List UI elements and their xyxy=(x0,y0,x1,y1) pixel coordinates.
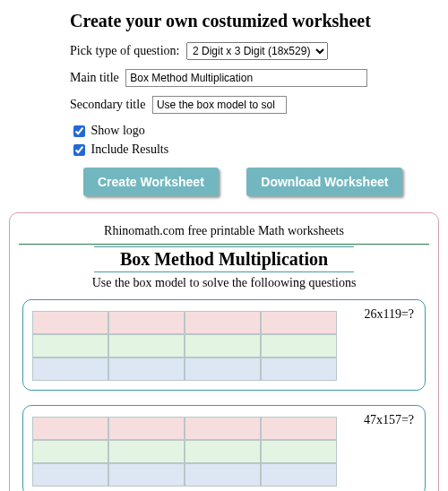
question-type-select[interactable]: 2 Digit x 3 Digit (18x529) xyxy=(186,42,328,60)
question-type-row: Pick type of question: 2 Digit x 3 Digit… xyxy=(70,42,441,60)
download-worksheet-button[interactable]: Download Worksheet xyxy=(246,168,402,196)
grid-cell xyxy=(261,311,337,334)
box-grid xyxy=(32,417,337,487)
question-card: 26x119=? xyxy=(22,299,426,391)
grid-cell xyxy=(32,357,108,381)
grid-cell xyxy=(32,311,108,334)
secondary-title-row: Secondary title xyxy=(70,96,441,114)
question-prompt: 47x157=? xyxy=(364,413,414,427)
grid-cell xyxy=(108,417,185,440)
worksheet-title: Box Method Multiplication xyxy=(19,249,429,270)
button-row: Create Worksheet Download Worksheet xyxy=(83,168,441,196)
brand-text: Rhinomath.com free printable Math worksh… xyxy=(19,222,429,242)
show-logo-label: Show logo xyxy=(91,124,145,137)
include-results-checkbox[interactable] xyxy=(73,144,85,156)
secondary-title-label: Secondary title xyxy=(70,98,145,111)
question-prompt: 26x119=? xyxy=(364,307,414,322)
grid-cell xyxy=(108,463,185,487)
divider-teal-bottom xyxy=(94,271,354,272)
box-grid xyxy=(32,311,337,381)
question-type-label: Pick type of question: xyxy=(70,44,180,57)
show-logo-checkbox[interactable] xyxy=(73,125,85,137)
grid-cell xyxy=(185,440,261,463)
grid-cell xyxy=(261,440,337,463)
main-title-input[interactable] xyxy=(125,69,367,87)
include-results-row: Include Results xyxy=(70,142,441,159)
grid-cell xyxy=(32,463,108,487)
divider-green xyxy=(19,244,429,245)
main-title-row: Main title xyxy=(70,69,441,87)
grid-cell xyxy=(32,334,108,357)
grid-cell xyxy=(185,334,261,357)
worksheet-preview: Rhinomath.com free printable Math worksh… xyxy=(9,212,439,491)
include-results-label: Include Results xyxy=(91,142,169,156)
grid-cell xyxy=(261,334,337,357)
grid-cell xyxy=(185,357,261,381)
grid-cell xyxy=(185,311,261,334)
create-worksheet-button[interactable]: Create Worksheet xyxy=(83,168,219,196)
grid-cell xyxy=(32,440,108,463)
grid-cell xyxy=(185,417,261,440)
main-title-label: Main title xyxy=(70,71,119,84)
secondary-title-input[interactable] xyxy=(152,96,287,114)
grid-cell xyxy=(185,463,261,487)
grid-cell xyxy=(261,357,337,381)
grid-cell xyxy=(261,417,337,440)
grid-cell xyxy=(32,417,108,440)
divider-teal-top xyxy=(94,246,354,247)
question-card: 47x157=? xyxy=(22,405,426,491)
grid-cell xyxy=(108,311,185,334)
grid-cell xyxy=(261,463,337,487)
grid-cell xyxy=(108,440,185,463)
show-logo-row: Show logo xyxy=(70,123,441,140)
worksheet-subtitle: Use the box model to solve the folloowin… xyxy=(19,276,429,290)
grid-cell xyxy=(108,357,185,381)
page-heading: Create your own costumized worksheet xyxy=(70,11,441,31)
grid-cell xyxy=(108,334,185,357)
